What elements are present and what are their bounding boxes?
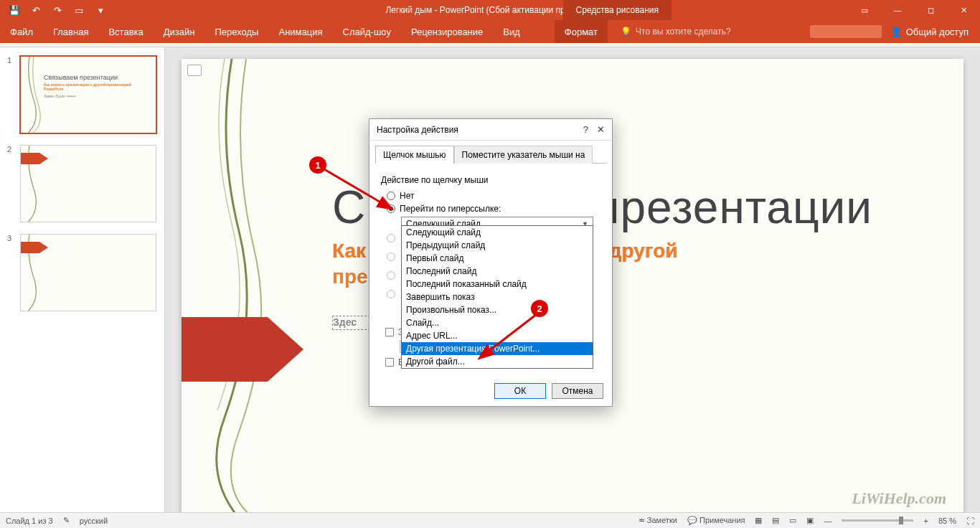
slide-thumbnail-2[interactable]: [20, 145, 156, 222]
annotation-arrow-1: [321, 166, 400, 217]
dropdown-item[interactable]: Первый слайд: [402, 252, 593, 265]
dropdown-item[interactable]: Последний показанный слайд: [402, 278, 593, 291]
user-badge[interactable]: [810, 25, 882, 38]
checkbox-play-sound[interactable]: [385, 328, 394, 336]
tell-me-search[interactable]: 💡 Что вы хотите сделать?: [621, 20, 731, 43]
thumb-author: Замес Лушет •••••••: [44, 94, 75, 98]
tab-design[interactable]: Дизайн: [154, 20, 205, 43]
slide-thumbnail-3[interactable]: [20, 234, 156, 311]
undo-icon[interactable]: ↶: [27, 1, 44, 19]
status-bar: Слайд 1 из 3 ✎ русский ≐ Заметки 💬 Приме…: [0, 512, 980, 528]
arrow-shape[interactable]: [182, 317, 303, 382]
contextual-tab-label: Средства рисования: [563, 0, 672, 20]
dialog-titlebar[interactable]: Настройка действия ? ✕: [369, 119, 612, 141]
start-from-beginning-icon[interactable]: ▭: [70, 1, 88, 19]
radio-run-macro[interactable]: [387, 253, 395, 261]
thumb-number: 1: [7, 56, 14, 133]
cancel-button[interactable]: Отмена: [552, 383, 603, 399]
ribbon-options-icon[interactable]: ▭: [848, 0, 881, 20]
radio-none-label: Нет: [400, 191, 414, 201]
thumb-subtitle: Как связать презентацию с другой презент…: [44, 82, 144, 91]
tab-animations[interactable]: Анимация: [268, 20, 332, 43]
share-person-icon: 👤: [890, 27, 902, 37]
radio-disabled-5[interactable]: [387, 290, 395, 298]
tab-file[interactable]: Файл: [0, 20, 43, 43]
tab-view[interactable]: Вид: [493, 20, 530, 43]
close-icon[interactable]: ✕: [947, 0, 980, 20]
svg-marker-1: [21, 242, 48, 253]
svg-marker-2: [182, 317, 303, 382]
tab-slideshow[interactable]: Слайд-шоу: [333, 20, 401, 43]
customize-qat-icon[interactable]: ▾: [92, 1, 109, 19]
slideshow-view-icon[interactable]: ▣: [806, 516, 814, 525]
ok-button[interactable]: ОК: [494, 383, 546, 399]
thumb-number: 2: [7, 145, 14, 222]
lightbulb-icon: 💡: [621, 27, 631, 37]
language-indicator[interactable]: русский: [80, 517, 108, 525]
tab-insert[interactable]: Вставка: [98, 20, 153, 43]
radio-hyperlink-label: Перейти по гиперссылке:: [400, 204, 501, 214]
normal-view-icon[interactable]: ▦: [755, 516, 762, 525]
comments-button[interactable]: 💬 Примечания: [687, 516, 745, 525]
maximize-icon[interactable]: ◻: [914, 0, 947, 20]
svg-line-4: [324, 169, 390, 208]
slide-thumbnails-panel[interactable]: 1 Связываем презентации Как связать през…: [0, 47, 165, 517]
minimize-icon[interactable]: —: [881, 0, 914, 20]
checkbox-highlight[interactable]: [385, 358, 394, 367]
dialog-tab-mouse-over[interactable]: Поместите указатель мыши на: [454, 146, 593, 164]
fit-to-window-icon[interactable]: ⛶: [966, 517, 974, 525]
notes-button[interactable]: ≐ Заметки: [639, 516, 677, 525]
reading-view-icon[interactable]: ▭: [789, 516, 796, 525]
zoom-in-icon[interactable]: +: [923, 517, 928, 525]
dropdown-item[interactable]: Следующий слайд: [402, 226, 593, 239]
zoom-out-icon[interactable]: —: [824, 517, 831, 525]
spellcheck-icon[interactable]: ✎: [63, 516, 70, 525]
annotation-arrow-2: [473, 310, 545, 367]
annotation-bubble-2: 2: [531, 300, 548, 317]
sorter-view-icon[interactable]: ▤: [772, 516, 779, 525]
dropdown-item[interactable]: Последний слайд: [402, 265, 593, 278]
dialog-title-text: Настройка действия: [377, 125, 458, 135]
thumb-title: Связываем презентации: [44, 74, 118, 81]
tell-me-placeholder: Что вы хотите сделать?: [636, 27, 731, 37]
dropdown-item[interactable]: Завершить показ: [402, 291, 593, 303]
decorative-vine: [196, 59, 282, 518]
zoom-level[interactable]: 85 %: [938, 517, 956, 525]
share-button[interactable]: Общий доступ: [906, 27, 969, 37]
svg-marker-0: [21, 153, 48, 164]
action-group-label: Действие по щелчку мыши: [381, 175, 600, 185]
save-icon[interactable]: 💾: [6, 1, 23, 19]
svg-line-6: [481, 314, 537, 357]
radio-run-program[interactable]: [387, 234, 395, 242]
thumb-number: 3: [7, 234, 14, 311]
tab-review[interactable]: Рецензирование: [401, 20, 493, 43]
annotation-bubble-1: 1: [309, 156, 326, 174]
dialog-help-icon[interactable]: ?: [583, 124, 588, 135]
ribbon-tabs: Файл Главная Вставка Дизайн Переходы Ани…: [0, 20, 980, 43]
zoom-slider[interactable]: [842, 519, 913, 522]
radio-object-action[interactable]: [387, 271, 395, 280]
dropdown-item[interactable]: Предыдущий слайд: [402, 239, 593, 252]
slide-thumbnail-1[interactable]: Связываем презентации Как связать презен…: [20, 56, 156, 133]
dialog-close-icon[interactable]: ✕: [597, 124, 605, 135]
title-bar: 💾 ↶ ↷ ▭ ▾ Легкий дым - PowerPoint (Сбой …: [0, 0, 980, 20]
dialog-tab-mouse-click[interactable]: Щелчок мышью: [375, 146, 454, 164]
tab-home[interactable]: Главная: [43, 20, 98, 43]
watermark: LiWiHelp.com: [852, 489, 946, 508]
tab-transitions[interactable]: Переходы: [204, 20, 268, 43]
slide-counter[interactable]: Слайд 1 из 3: [6, 517, 53, 525]
tab-format[interactable]: Формат: [555, 20, 608, 43]
redo-icon[interactable]: ↷: [49, 1, 66, 19]
